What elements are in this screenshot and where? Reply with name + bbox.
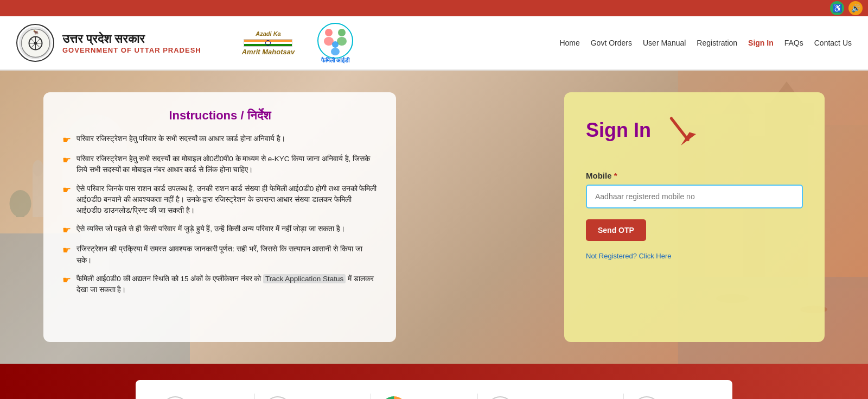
- family-id-label: फैमिली आईडी: [321, 57, 349, 64]
- instruction-item-4: ☛ ऐसे व्यक्ति जो पहले से ही किसी परिवार …: [62, 224, 377, 236]
- main-nav: Home Govt Orders User Manual Registratio…: [559, 39, 852, 47]
- arrow-down-icon: [662, 111, 700, 149]
- amrit-text: Amrit Mahotsav: [242, 48, 295, 56]
- emblem: 🐂: [19, 27, 52, 59]
- header: 🐂 उत्तर प्रदेश सरकार GOVERNMENT OF UTTAR…: [0, 16, 868, 71]
- digital-india-logo: i: [380, 396, 407, 399]
- top-bar: ♿ 🔊: [0, 0, 868, 16]
- instruction-text-2: परिवार रजिस्ट्रेशन हेतु सभी सदस्यों का म…: [76, 154, 377, 176]
- mygov-logo: [633, 396, 660, 399]
- partner-digital-india: i Digital India Power To Empower: [380, 396, 468, 399]
- nav-govt-orders[interactable]: Govt Orders: [591, 39, 632, 47]
- instruction-text-1: परिवार रजिस्ट्रेशन हेतु परिवार के सभी सद…: [76, 134, 285, 144]
- svg-point-13: [332, 41, 339, 48]
- nav-contact-us[interactable]: Contact Us: [814, 39, 852, 47]
- bullet-4: ☛: [62, 224, 71, 236]
- instruction-text-5: रजिस्ट्रेशन की प्रक्रिया में समस्त आवश्य…: [76, 244, 377, 266]
- instruction-item-6: ☛ फैमिली आई0डी0 की अद्यतन स्थिति को 15 अ…: [62, 274, 377, 296]
- partner-state-portal: STATE PORTAL GOVERNMENT OF UTTAR PRADESH: [487, 396, 614, 399]
- instructions-title: Instructions / निर्देश: [62, 109, 377, 123]
- bullet-1: ☛: [62, 134, 71, 146]
- family-id-badge: फैमिली आईडी: [316, 22, 354, 64]
- instruction-item-3: ☛ ऐसे परिवार जिनके पास राशन कार्ड उपलब्ध…: [62, 183, 377, 217]
- signin-title-row: Sign In: [586, 111, 803, 149]
- partner-nivesh: Nivesh Mitra: [264, 396, 361, 399]
- divider-1: [254, 394, 255, 399]
- bullet-2: ☛: [62, 154, 71, 166]
- govt-logo: 🐂: [16, 24, 54, 62]
- svg-point-9: [325, 29, 333, 36]
- partner-edistrict: eDistrict UTTAR PRADESH: [162, 396, 245, 399]
- instructions-panel: Instructions / निर्देश ☛ परिवार रजिस्ट्र…: [43, 92, 396, 342]
- svg-point-14: [331, 48, 340, 55]
- nav-faqs[interactable]: FAQs: [784, 39, 803, 47]
- mobile-label: Mobile *: [586, 171, 617, 180]
- state-portal-logo: [487, 396, 514, 399]
- send-otp-button[interactable]: Send OTP: [586, 219, 646, 241]
- instruction-text-6: फैमिली आई0डी0 की अद्यतन स्थिति को 15 अंक…: [76, 274, 377, 296]
- register-link[interactable]: Not Registered? Click Here: [586, 252, 672, 260]
- mobile-input[interactable]: [586, 185, 803, 208]
- bullet-6: ☛: [62, 274, 71, 286]
- nav-sign-in[interactable]: Sign In: [748, 39, 774, 47]
- govt-subtitle: GOVERNMENT OF UTTAR PRADESH: [62, 46, 201, 54]
- audio-icon[interactable]: 🔊: [848, 1, 863, 15]
- footer: eDistrict UTTAR PRADESH Nivesh Mitra: [0, 364, 868, 399]
- partner-mygov: myGov मेरी सरकार: [633, 396, 706, 399]
- accessibility-icon[interactable]: ♿: [830, 1, 844, 15]
- govt-name: उत्तर प्रदेश सरकार GOVERNMENT OF UTTAR P…: [62, 32, 201, 54]
- govt-title: उत्तर प्रदेश सरकार: [62, 32, 201, 46]
- hero-section: Instructions / निर्देश ☛ परिवार रजिस्ट्र…: [0, 71, 868, 364]
- instruction-item-2: ☛ परिवार रजिस्ट्रेशन हेतु सभी सदस्यों का…: [62, 154, 377, 176]
- nav-home[interactable]: Home: [559, 39, 579, 47]
- instruction-item-1: ☛ परिवार रजिस्ट्रेशन हेतु परिवार के सभी …: [62, 134, 377, 146]
- header-left: 🐂 उत्तर प्रदेश सरकार GOVERNMENT OF UTTAR…: [16, 22, 559, 64]
- svg-text:🐂: 🐂: [33, 29, 38, 35]
- bullet-5: ☛: [62, 244, 71, 256]
- instruction-text-4: ऐसे व्यक्ति जो पहले से ही किसी परिवार मे…: [76, 224, 345, 235]
- signin-panel: Sign In Mobile * Send OTP Not Registered…: [564, 92, 825, 342]
- signin-title: Sign In: [586, 119, 651, 142]
- svg-point-11: [338, 29, 346, 36]
- nivesh-logo: [264, 396, 291, 399]
- instruction-text-3: ऐसे परिवार जिनके पास राशन कार्ड उपलब्ध ह…: [76, 183, 377, 217]
- svg-line-41: [672, 118, 688, 140]
- divider-2: [371, 394, 371, 399]
- required-star: *: [612, 171, 617, 180]
- edistrict-logo: [162, 396, 189, 399]
- hero-content: Instructions / निर्देश ☛ परिवार रजिस्ट्र…: [0, 71, 868, 364]
- partners-box: eDistrict UTTAR PRADESH Nivesh Mitra: [136, 380, 732, 399]
- nav-user-manual[interactable]: User Manual: [643, 39, 686, 47]
- bullet-3: ☛: [62, 184, 71, 196]
- azadi-text: Azadi Ka: [256, 30, 280, 37]
- instruction-item-5: ☛ रजिस्ट्रेशन की प्रक्रिया में समस्त आवश…: [62, 244, 377, 266]
- azadi-badge: Azadi Ka Amrit Mahotsav: [242, 30, 295, 56]
- nav-registration[interactable]: Registration: [697, 39, 737, 47]
- divider-3: [477, 394, 478, 399]
- divider-4: [623, 394, 624, 399]
